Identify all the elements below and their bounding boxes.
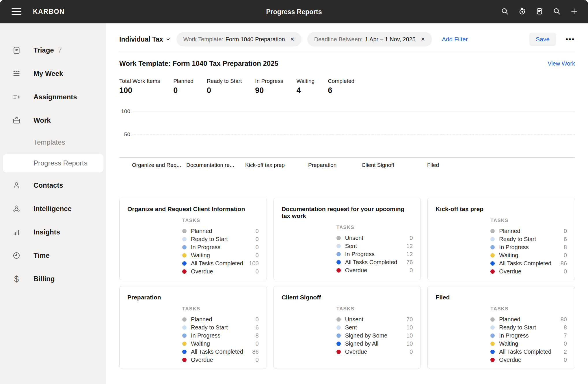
plus-icon[interactable] <box>570 7 578 16</box>
view-selector-dropdown[interactable]: Individual Tax <box>119 36 171 43</box>
progress-bar-chart: 10050 Organize and Req...Documentation r… <box>119 111 575 174</box>
filter-chip[interactable]: Deadline Between:1 Apr – 1 Nov, 2025✕ <box>307 32 432 46</box>
task-status-row: Overdue0 <box>182 267 259 275</box>
task-status-label: Sent <box>345 324 357 331</box>
sidebar-item-contacts[interactable]: Contacts <box>0 174 106 197</box>
sidebar-item-progress-reports[interactable]: Progress Reports <box>0 153 106 174</box>
chip-close-icon[interactable]: ✕ <box>421 36 425 42</box>
sidebar-item-my-week[interactable]: My Week <box>0 62 106 85</box>
task-status-count: 0 <box>564 340 567 347</box>
page-title: Progress Reports <box>266 8 322 16</box>
task-status-row: All Tasks Completed2 <box>490 348 567 356</box>
triage-count-badge: 7 <box>58 46 62 54</box>
sidebar-item-time[interactable]: Time <box>0 244 106 267</box>
task-status-count: 0 <box>256 357 259 363</box>
myweek-icon-glyph <box>12 69 21 78</box>
chip-value: 1 Apr – 1 Nov, 2025 <box>365 36 416 43</box>
status-dot-pale_blue <box>336 325 341 330</box>
task-status-row: Sent10 <box>336 323 413 331</box>
task-status-row: Planned0 <box>490 227 567 235</box>
task-status-count: 100 <box>249 260 258 267</box>
task-status-count: 0 <box>256 268 259 275</box>
y-axis-tick-label: 50 <box>119 131 130 138</box>
sidebar-item-templates[interactable]: Templates <box>0 132 106 153</box>
task-status-count: 0 <box>410 267 413 274</box>
stat-label: Waiting <box>296 78 315 84</box>
task-status-count: 0 <box>256 228 259 234</box>
stage-card-title: Filed <box>436 294 567 301</box>
save-button[interactable]: Save <box>529 33 556 46</box>
task-status-row: Signed by All10 <box>336 340 413 348</box>
karbon-logo: KARBON <box>33 8 65 16</box>
stat-value: 100 <box>119 86 160 95</box>
task-status-count: 0 <box>410 348 413 355</box>
filter-chip[interactable]: Work Template:Form 1040 Preparation✕ <box>176 32 302 46</box>
task-status-row: Unsent70 <box>336 315 413 323</box>
task-status-row: Overdue0 <box>490 356 567 364</box>
status-dot-gray <box>182 229 187 233</box>
stage-card-title: Kick-off tax prep <box>436 206 567 212</box>
status-dot-light_blue <box>336 252 341 256</box>
task-status-label: All Tasks Completed <box>345 259 397 266</box>
chevron-down-icon <box>165 37 171 42</box>
sidebar-item-work[interactable]: Work <box>0 109 106 132</box>
task-status-count: 0 <box>564 228 567 234</box>
tasks-header: TASKS <box>182 306 259 312</box>
task-status-count: 8 <box>564 244 567 251</box>
task-status-count: 0 <box>256 236 259 243</box>
task-status-label: All Tasks Completed <box>191 348 243 355</box>
tasks-header: TASKS <box>336 225 413 230</box>
task-status-count: 10 <box>406 324 413 331</box>
stage-card-title: Documentation request for your upcoming … <box>282 206 413 219</box>
global-search-icon[interactable] <box>553 7 561 16</box>
status-dot-pale_blue <box>336 244 341 248</box>
time-icon <box>12 251 21 260</box>
tasks-legend: TASKSPlanned0Ready to Start6In Progress8… <box>182 306 259 364</box>
filter-divider <box>119 51 575 51</box>
task-status-count: 0 <box>256 244 259 251</box>
sidebar: Triage7My WeekAssignmentsWorkTemplatesPr… <box>0 23 106 384</box>
chip-close-icon[interactable]: ✕ <box>290 36 295 42</box>
status-dot-yellow <box>182 342 187 346</box>
status-dot-red <box>336 268 341 273</box>
status-dot-blue <box>182 261 187 266</box>
sidebar-item-intelligence[interactable]: Intelligence <box>0 197 106 220</box>
sidebar-item-label: My Week <box>34 70 63 78</box>
status-dot-blue <box>490 350 495 354</box>
task-status-row: In Progress8 <box>490 243 567 251</box>
task-status-count: 8 <box>256 332 259 339</box>
status-dot-gray <box>490 229 495 233</box>
status-dot-red <box>490 358 495 362</box>
report-title: Work Template: Form 1040 Tax Preparation… <box>119 59 278 68</box>
task-status-label: Overdue <box>345 267 367 274</box>
task-status-label: Unsent <box>345 316 363 323</box>
tasks-header: TASKS <box>490 306 567 312</box>
task-status-row: Waiting0 <box>490 251 567 259</box>
notes-icon-glyph <box>535 7 544 15</box>
timer-icon[interactable] <box>518 7 526 16</box>
sidebar-item-triage[interactable]: Triage7 <box>0 38 106 62</box>
status-dot-light_blue <box>182 333 187 338</box>
task-status-row: In Progress7 <box>490 331 567 340</box>
search-icon[interactable] <box>501 7 509 16</box>
sidebar-item-billing[interactable]: $Billing <box>0 267 106 290</box>
stage-cards-grid: Organize and Request Client InformationT… <box>119 198 575 368</box>
more-options-button[interactable]: ••• <box>566 36 575 43</box>
task-status-count: 76 <box>406 259 413 266</box>
plus-icon-glyph <box>570 7 578 15</box>
status-dot-yellow <box>490 342 495 346</box>
status-dot-gray <box>182 317 187 322</box>
sidebar-item-insights[interactable]: Insights <box>0 220 106 244</box>
tasks-legend: TASKSPlanned0Ready to Start0In Progress0… <box>182 218 259 275</box>
add-filter-link[interactable]: Add Filter <box>442 36 468 43</box>
sidebar-item-assignments[interactable]: Assignments <box>0 85 106 109</box>
task-status-count: 0 <box>410 235 413 241</box>
stat-value: 0 <box>207 86 242 95</box>
task-status-count: 10 <box>406 340 413 347</box>
task-status-label: In Progress <box>499 332 529 339</box>
notes-icon[interactable] <box>535 7 544 16</box>
view-work-link[interactable]: View Work <box>548 60 575 67</box>
task-status-row: Ready to Start0 <box>182 235 259 243</box>
menu-icon[interactable] <box>12 8 21 15</box>
task-status-row: Ready to Start6 <box>490 235 567 243</box>
